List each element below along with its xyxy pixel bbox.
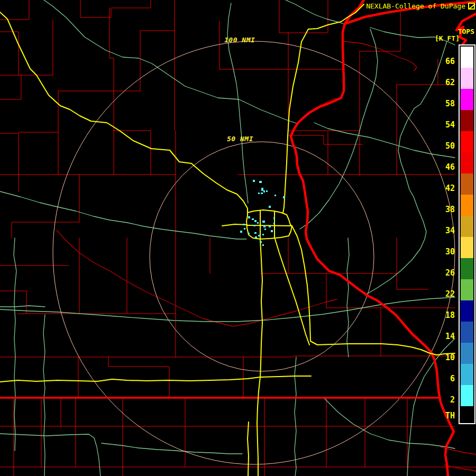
colorbar-segment [461,89,473,110]
echo-cell [260,241,262,243]
echo-cell [271,230,273,232]
colorbar-segment [461,322,473,343]
colorbar-segment [461,173,473,195]
echo-cell [263,225,266,227]
echo-cell [269,206,271,208]
colorbar-tick-label: 2 [450,395,455,405]
range-ring-50-label: 50 NMI [227,135,253,143]
echo-cell [262,221,265,223]
colorbar-segment [461,131,473,152]
colorbar-tick-label: 62 [445,78,455,87]
echo-cell [240,231,242,233]
range-ring-100-label: 100 NMI [224,36,255,44]
echo-cell [262,244,264,246]
colorbar-segment [461,237,473,258]
colorbar-segment [461,364,473,385]
colorbar-tick-label: 42 [445,184,455,193]
echo-cell [274,195,276,196]
colorbar-segment [461,385,473,406]
echo-cell [261,193,263,194]
echo-cell [259,181,262,183]
colorbar-tick-label: 66 [445,57,455,66]
colorbar-th-label: TH [445,411,455,420]
echo-cell [253,180,255,182]
colorbar-tick-label: 46 [445,162,455,172]
echo-cell [257,222,259,224]
colorbar-tick-label: 26 [445,268,455,278]
brand-text: NEXLAB-College of DuPage [366,2,465,10]
colorbar-tick-label: 10 [445,353,455,362]
echo-cell [258,193,260,194]
colorbar-segment [461,110,473,131]
echo-cell [254,232,257,234]
colorbar-segment [461,279,473,300]
echo-cell [253,225,255,226]
colorbar-segment [461,68,473,89]
colorbar-segment [461,343,473,364]
echo-cell [264,228,266,230]
colorbar-units: [K FT] [435,34,460,42]
colorbar-segment [461,47,473,68]
echo-cell [283,196,285,198]
colorbar-tick-label: 34 [445,226,455,235]
echo-cell [248,216,250,218]
colorbar-tick-label: 58 [445,99,455,108]
echo-cell [273,223,275,224]
colorbar-tick-label: 38 [445,205,455,214]
echo-cell [263,190,265,193]
map-background [0,0,476,476]
colorbar-tick-label: 6 [450,374,455,383]
echo-cell [273,217,275,219]
colorbar-tick-label: 50 [445,141,455,151]
colorbar-tick-label: 30 [445,247,455,257]
echo-cell [258,235,261,236]
radar-map: 66625854504642383430262218141062TH [0,0,476,476]
echo-cell [269,226,271,227]
echo-cell [252,218,254,220]
echo-cell [243,224,245,225]
colorbar-tick-label: 18 [445,310,455,320]
colorbar-segment [461,258,473,279]
radar-screen: 66625854504642383430262218141062TH 100 N… [0,0,476,476]
echo-cell [254,220,257,222]
echo-cell [248,233,250,234]
colorbar-tick-label: 14 [445,332,455,341]
echo-cell [266,190,268,192]
colorbar-segment [461,216,473,237]
colorbar-segment [461,195,473,216]
echo-cell [255,236,257,238]
echo-cell [262,234,264,235]
echo-cell [244,228,245,230]
brand-bar: NEXLAB-College of DuPage [366,2,475,10]
echo-cell [261,188,263,191]
colorbar-tick-label: 22 [445,289,455,299]
colorbar-title: TOPS [458,28,474,35]
colorbar-segment [461,152,473,173]
cod-logo-icon [468,3,475,10]
colorbar-tick-label: 54 [445,120,455,130]
colorbar-segment [461,300,473,322]
